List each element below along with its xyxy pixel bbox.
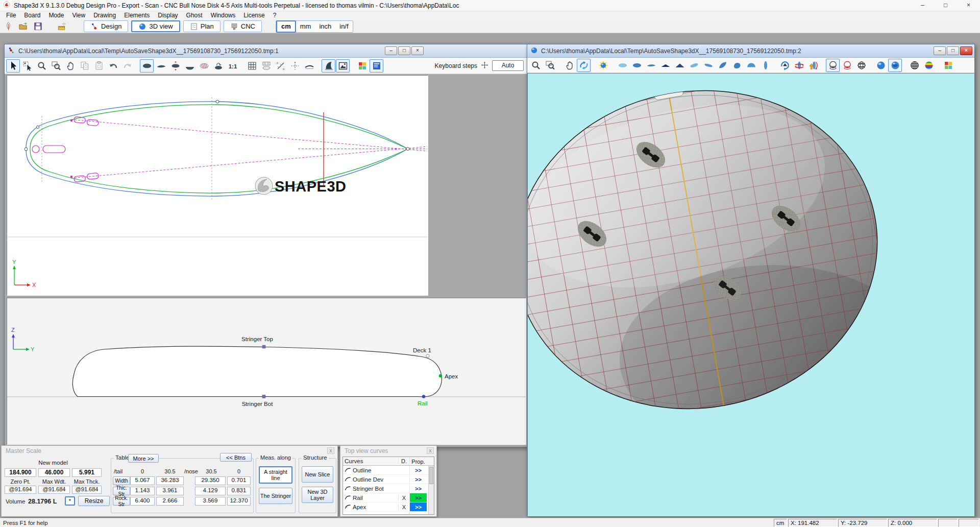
3d-view-button[interactable]: 3D view — [131, 20, 180, 32]
zoom-window-icon[interactable] — [49, 59, 63, 73]
menu-board[interactable]: Board — [20, 11, 44, 20]
copy-icon[interactable] — [78, 59, 91, 73]
open-folder-icon[interactable] — [17, 20, 30, 33]
apex-point[interactable] — [439, 374, 442, 377]
max-thck-at[interactable]: @91.684 — [72, 486, 102, 494]
table-row-width-button[interactable]: Width — [113, 476, 130, 485]
curve-row-stringer-bot[interactable]: Stringer Bot>> — [343, 484, 434, 493]
view-persp3-icon[interactable] — [716, 59, 729, 72]
cnc-button[interactable]: CNC — [224, 20, 262, 32]
table-cell[interactable]: 29.350 — [195, 476, 226, 485]
menu-elements[interactable]: Elements — [120, 11, 154, 20]
view-back-icon[interactable] — [673, 59, 687, 72]
sphere-red-outline-icon[interactable] — [840, 59, 854, 72]
child-maximize-button[interactable]: □ — [398, 46, 410, 55]
curve-prop-button[interactable]: >> — [409, 493, 427, 502]
width-value[interactable]: 46.000 — [38, 468, 70, 477]
select-arrow-icon[interactable] — [6, 59, 20, 73]
design-button[interactable]: Design — [84, 20, 128, 32]
sphere-wire-icon[interactable] — [854, 59, 868, 72]
table-row-rockstr-button[interactable]: Rock. Str — [113, 497, 130, 506]
menu-help[interactable]: ? — [269, 11, 281, 20]
menu-file[interactable]: File — [2, 11, 20, 20]
curve-prop-button[interactable]: >> — [409, 466, 427, 474]
minimize-button[interactable]: – — [911, 0, 934, 11]
view-persp2-icon[interactable] — [701, 59, 715, 72]
outline-icon[interactable] — [140, 59, 154, 73]
table-cell[interactable]: 3.961 — [156, 487, 184, 495]
rotate3d-icon[interactable] — [577, 59, 591, 72]
view3d-close-button[interactable]: × — [960, 46, 972, 55]
stringer-bot-point[interactable] — [262, 395, 265, 398]
curve-row-outline[interactable]: Outline>> — [343, 466, 434, 475]
select-box-icon[interactable] — [20, 59, 34, 73]
slice-view[interactable]: Stringer Top Deck 1 Apex Stringer Bot Ra… — [7, 298, 526, 445]
menu-mode[interactable]: Mode — [44, 11, 68, 20]
undo-icon[interactable] — [106, 59, 120, 73]
measure-icon[interactable] — [274, 59, 287, 73]
curve-prop-button[interactable]: >> — [409, 475, 427, 484]
rocker-icon[interactable] — [154, 59, 168, 73]
zoom-icon[interactable] — [35, 59, 48, 73]
curve-prop-button[interactable]: >> — [409, 512, 427, 515]
sphere-blue-icon[interactable] — [874, 59, 888, 72]
pan-icon[interactable] — [63, 59, 77, 73]
save-icon[interactable] — [32, 20, 44, 33]
menu-view[interactable]: View — [68, 11, 89, 20]
resize-button[interactable]: Resize — [78, 496, 110, 506]
view3d-minimize-button[interactable]: – — [934, 46, 946, 55]
table-cell[interactable]: 5.067 — [130, 476, 155, 485]
unit-cm[interactable]: cm — [276, 20, 296, 33]
table-cell[interactable]: 0.831 — [227, 487, 251, 495]
unit-inch[interactable]: inch — [315, 21, 335, 32]
menu-drawing[interactable]: Drawing — [89, 11, 120, 20]
plan-ruler-icon[interactable] — [56, 20, 68, 33]
stringer-top-point[interactable] — [262, 345, 265, 348]
quill-icon[interactable] — [2, 20, 15, 33]
auto-button[interactable]: Auto — [492, 60, 524, 71]
volume-star-button[interactable]: * — [65, 496, 75, 506]
curve-row-rail[interactable]: RailX>> — [343, 493, 434, 502]
view-nose-icon[interactable] — [744, 59, 758, 72]
table-cell[interactable]: 2.666 — [156, 497, 184, 506]
master-scale-close-icon[interactable]: x — [327, 447, 334, 454]
outline-control-points[interactable] — [24, 100, 409, 151]
plan-button[interactable]: Plan — [183, 20, 220, 32]
view3d-canvas[interactable]: SHAPE3D — [527, 73, 974, 516]
table-cell[interactable]: 36.283 — [156, 476, 184, 485]
slices-icon[interactable] — [197, 59, 211, 73]
rail-point[interactable] — [422, 395, 425, 398]
close-button[interactable]: × — [957, 0, 980, 11]
curve-row-deck-1[interactable]: Deck 1>> — [343, 512, 434, 515]
curve-prop-button[interactable]: >> — [409, 502, 427, 511]
curve-row-apex[interactable]: ApexX>> — [343, 502, 434, 512]
board-flip-icon[interactable] — [211, 59, 225, 73]
table-cell[interactable]: 4.129 — [195, 487, 226, 495]
zero-pt-at[interactable]: @91.694 — [5, 486, 36, 494]
curves-scrollbar[interactable] — [428, 466, 434, 514]
palette-icon[interactable] — [355, 59, 369, 73]
view-persp4-icon[interactable] — [730, 59, 744, 72]
table-cell[interactable]: 3.569 — [195, 497, 226, 506]
menu-license[interactable]: License — [239, 11, 268, 20]
menu-ghost[interactable]: Ghost — [182, 11, 207, 20]
image-icon[interactable] — [336, 59, 350, 73]
paste-icon[interactable] — [92, 59, 106, 73]
view-vert-icon[interactable] — [758, 59, 772, 72]
table-cell[interactable]: 12.370 — [227, 497, 251, 506]
menu-windows[interactable]: Windows — [207, 11, 240, 20]
rail-curve[interactable] — [30, 105, 408, 193]
max-wdt-at[interactable]: @91.684 — [38, 486, 70, 494]
table-cell[interactable]: 0.701 — [227, 476, 251, 485]
length-value[interactable]: 184.900 — [5, 468, 36, 477]
props-icon[interactable] — [370, 59, 383, 73]
thickness-icon[interactable] — [168, 59, 182, 73]
thickness-value[interactable]: 5.991 — [72, 468, 102, 477]
grid-icon[interactable] — [245, 59, 259, 73]
deck-point[interactable] — [426, 354, 429, 357]
zoom-icon[interactable] — [529, 59, 543, 72]
one-to-one-icon[interactable]: 1:1 — [226, 59, 239, 73]
move-cross-icon[interactable] — [481, 61, 488, 70]
zoom-window-icon[interactable] — [543, 59, 557, 72]
apex-curve[interactable] — [26, 102, 408, 196]
